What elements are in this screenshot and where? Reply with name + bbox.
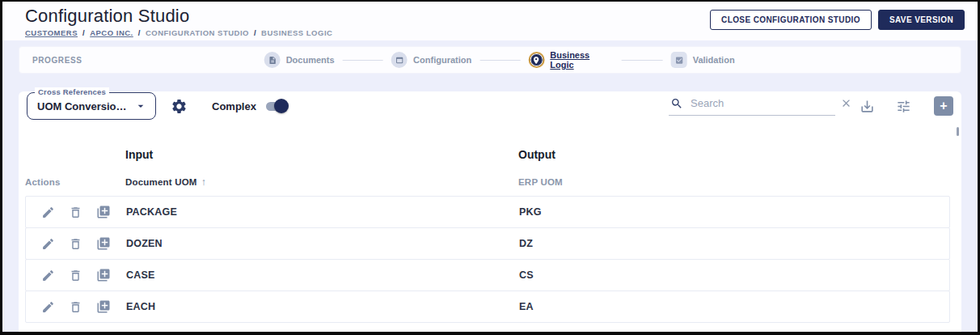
breadcrumb-separator: /: [82, 28, 85, 37]
delete-icon[interactable]: [69, 269, 82, 282]
toolbar-right: +: [669, 96, 953, 116]
save-version-button[interactable]: SAVE VERSION: [878, 10, 965, 30]
app-header: Configuration Studio CUSTOMERS / APCO IN…: [2, 2, 978, 40]
pin-icon: [529, 52, 545, 68]
duplicate-add-icon[interactable]: [96, 205, 111, 219]
close-configuration-studio-button[interactable]: CLOSE CONFIGURATION STUDIO: [710, 10, 872, 30]
column-erp-uom-label: ERP UOM: [518, 177, 563, 187]
search-input[interactable]: [691, 97, 833, 109]
column-actions: Actions: [25, 177, 125, 187]
progress-steps: Documents Configuration Business Logic V…: [264, 47, 735, 73]
edit-icon[interactable]: [41, 300, 55, 314]
breadcrumb-separator: /: [254, 28, 256, 37]
step-business-logic[interactable]: Business Logic: [529, 50, 614, 70]
table-group-header: Input Output: [25, 145, 950, 164]
delete-icon[interactable]: [69, 237, 82, 251]
breadcrumb: CUSTOMERS / APCO INC. / CONFIGURATION ST…: [25, 28, 332, 37]
header-left: Configuration Studio CUSTOMERS / APCO IN…: [25, 6, 332, 37]
delete-icon[interactable]: [69, 206, 82, 219]
table-rows: PACKAGE PKG DOZEN DZ CASE CS: [25, 196, 950, 323]
cell-document-uom: DOZEN: [126, 238, 519, 249]
table-row: DOZEN DZ: [25, 227, 950, 260]
complex-label: Complex: [212, 100, 256, 112]
column-document-uom-label: Document UOM: [125, 177, 197, 187]
table-column-header: Actions Document UOM ↑ ERP UOM: [25, 174, 950, 190]
search-icon: [670, 97, 683, 110]
progress-panel: PROGRESS Documents Configuration Busines…: [19, 46, 961, 74]
progress-label: PROGRESS: [32, 56, 82, 65]
cell-document-uom: PACKAGE: [126, 206, 519, 218]
clear-search-icon[interactable]: [840, 97, 852, 109]
column-document-uom[interactable]: Document UOM ↑: [125, 176, 518, 188]
step-documents-label: Documents: [286, 55, 335, 65]
step-configuration[interactable]: Configuration: [391, 52, 471, 68]
table-row: EACH EA: [25, 290, 950, 323]
delete-icon[interactable]: [69, 300, 82, 314]
step-connector: [479, 60, 521, 61]
breadcrumb-separator: /: [138, 28, 141, 37]
breadcrumb-configuration-studio: CONFIGURATION STUDIO: [146, 28, 249, 37]
breadcrumb-business-logic: BUSINESS LOGIC: [261, 28, 332, 37]
step-documents[interactable]: Documents: [264, 52, 335, 68]
scrollbar-thumb[interactable]: [957, 127, 959, 136]
cell-document-uom: EACH: [126, 301, 519, 312]
breadcrumb-apco-inc[interactable]: APCO INC.: [90, 28, 133, 37]
add-row-button[interactable]: +: [934, 96, 953, 116]
toggle-thumb: [274, 99, 289, 113]
edit-icon[interactable]: [41, 237, 55, 251]
edit-icon[interactable]: [41, 206, 55, 219]
chevron-down-icon: [134, 100, 147, 112]
row-actions: [26, 205, 126, 219]
checkbox-icon: [671, 52, 687, 68]
breadcrumb-customers[interactable]: CUSTOMERS: [25, 28, 78, 37]
download-icon[interactable]: [860, 99, 875, 114]
header-buttons: CLOSE CONFIGURATION STUDIO SAVE VERSION: [710, 10, 965, 30]
cross-references-select-value: UOM Conversio…: [37, 100, 127, 112]
search-box: [669, 97, 835, 116]
main-panel: Cross References UOM Conversio… Complex: [19, 91, 961, 335]
cross-reference-table: Input Output Actions Document UOM ↑ ERP …: [25, 145, 950, 323]
cross-references-select[interactable]: Cross References UOM Conversio…: [27, 92, 156, 120]
duplicate-add-icon[interactable]: [96, 236, 111, 251]
row-actions: [26, 268, 126, 282]
complex-toggle[interactable]: [264, 99, 289, 113]
page-title: Configuration Studio: [25, 6, 332, 27]
cell-erp-uom: DZ: [519, 238, 949, 249]
duplicate-add-icon[interactable]: [96, 299, 111, 314]
row-actions: [26, 299, 126, 314]
cell-document-uom: CASE: [126, 269, 519, 281]
edit-icon[interactable]: [41, 269, 55, 282]
group-header-output: Output: [518, 148, 950, 161]
complex-toggle-group: Complex: [212, 99, 289, 113]
cell-erp-uom: PKG: [519, 206, 949, 218]
group-header-input: Input: [125, 148, 518, 161]
step-connector: [622, 60, 663, 61]
row-actions: [26, 236, 126, 251]
column-erp-uom[interactable]: ERP UOM: [518, 177, 950, 187]
step-validation-label: Validation: [693, 55, 735, 65]
duplicate-add-icon[interactable]: [96, 268, 111, 282]
toolbar: Cross References UOM Conversio… Complex: [25, 91, 953, 121]
filter-columns-icon[interactable]: [896, 99, 911, 114]
window-icon: [391, 52, 408, 68]
document-icon: [264, 52, 281, 68]
cell-erp-uom: CS: [519, 269, 949, 281]
sort-ascending-icon[interactable]: ↑: [201, 176, 206, 188]
step-business-logic-label: Business Logic: [550, 50, 614, 70]
table-row: PACKAGE PKG: [25, 196, 950, 228]
step-validation[interactable]: Validation: [671, 52, 735, 68]
cross-references-select-label: Cross References: [35, 87, 109, 96]
step-configuration-label: Configuration: [413, 55, 471, 65]
gear-icon[interactable]: [171, 98, 188, 115]
table-row: CASE CS: [25, 259, 950, 291]
cell-erp-uom: EA: [519, 301, 949, 312]
step-connector: [343, 60, 384, 61]
